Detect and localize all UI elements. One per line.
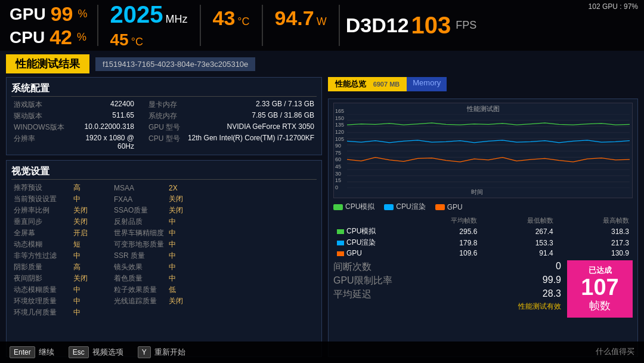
vis-row: 分辨率比例 关闭 SSAO质量 关闭 [11, 205, 317, 216]
stats-row: GPU 109.6 91.4 130.9 [333, 248, 633, 258]
vis-key: 阴影质量 [11, 262, 71, 273]
chart-y-axis: 165 150 135 120 105 90 75 60 45 30 15 0 [335, 108, 344, 190]
interrupt-row: 间断次数 0 [333, 260, 561, 274]
gpu-label: GPU [10, 5, 46, 24]
d3d-fps-block: D3D12 103 FPS [340, 0, 483, 51]
vis-key2: SSAO质量 [107, 205, 166, 216]
vis-val2 [166, 307, 317, 318]
bottom-stats-area: 间断次数 0 GPU限制比率 99.9 平均延迟 28.3 性能测试有效 已达成… [333, 260, 633, 318]
vis-row: 推荐预设 高 MSAA 2X [11, 182, 317, 193]
vis-key: 环境纹理质量 [11, 296, 71, 307]
cpu-temp-unit: °C [131, 36, 143, 48]
system-config-header: 系统配置 [11, 81, 317, 97]
stats-col-label [333, 216, 405, 226]
system-config-table: 游戏版本 422400 显卡内存 2.33 GB / 7.13 GB 驱动版本 … [11, 99, 317, 151]
vis-key: 环境几何质量 [11, 307, 71, 318]
top-hud: GPU 99 % CPU 42 % 2025 MHz 45 °C 43 [0, 0, 644, 51]
visual-settings-table: 推荐预设 高 MSAA 2X 当前预设设置 中 FXAA 关闭 分辨率比例 关闭… [11, 182, 317, 318]
vis-key2: FXAA [107, 193, 166, 205]
legend-row: CPU模拟 CPU渲染 GPU [333, 202, 633, 212]
gpu-cpu-block: GPU 99 % CPU 42 % [0, 0, 97, 51]
memory-value: 6907 MB [373, 81, 400, 88]
btn-restart[interactable]: Y 重新开始 [138, 346, 185, 358]
achievement-area: 已达成 107 帧数 [567, 260, 633, 318]
chart-x-label: 时间 [471, 188, 483, 196]
config-val2: 7.85 GB / 31.86 GB [184, 110, 317, 122]
config-row: WINDOWS版本 10.0.22000.318 GPU 型号 NVIDIA G… [11, 122, 317, 133]
vis-val2: 低 [166, 284, 317, 296]
stats-label: CPU模拟 [333, 226, 405, 237]
legend-gpu: GPU [435, 202, 463, 212]
vis-val: 中 [71, 296, 107, 307]
left-column: 系统配置 游戏版本 422400 显卡内存 2.33 GB / 7.13 GB … [6, 77, 322, 357]
stats-row: CPU渲染 179.8 153.3 217.3 [333, 237, 633, 248]
stats-col-max: 最高帧数 [557, 216, 633, 226]
vis-row: 全屏幕 开启 世界车辆精细度 中 [11, 227, 317, 239]
vis-key: 垂直同步 [11, 216, 71, 227]
tab-perf-overview[interactable]: 性能总览 6907 MB [328, 77, 407, 91]
fps-unit: FPS [456, 19, 476, 32]
config-key: 游戏版本 [11, 99, 77, 110]
watermark: 什么值得买 [596, 346, 634, 357]
config-row: 分辨率 1920 x 1080 @ 60Hz CPU 型号 12th Gen I… [11, 133, 317, 151]
config-key2: 系统内存 [137, 110, 184, 122]
achievement-unit: 帧数 [574, 299, 626, 313]
gpu-temp: 43 [213, 7, 236, 30]
vis-row: 环境几何质量 中 [11, 307, 317, 318]
config-key: WINDOWS版本 [11, 122, 77, 133]
vis-row: 环境纹理质量 中 光线追踪质量 关闭 [11, 296, 317, 307]
right-column: 性能总览 6907 MB Memory 性能测试图 165 150 135 [328, 77, 638, 357]
interrupt-row: GPU限制比率 99.9 [333, 274, 561, 288]
vis-key2: 着色质量 [107, 273, 166, 284]
vis-key: 当前预设设置 [11, 193, 71, 205]
vis-row: 动态模糊 短 可变形地形质量 中 [11, 239, 317, 250]
cpu-temp: 45 [110, 30, 129, 50]
vis-key: 分辨率比例 [11, 205, 71, 216]
config-row: 游戏版本 422400 显卡内存 2.33 GB / 7.13 GB [11, 99, 317, 110]
legend-cpu-sim-color [333, 204, 343, 210]
content-columns: 系统配置 游戏版本 422400 显卡内存 2.33 GB / 7.13 GB … [0, 73, 644, 361]
top-right-info: 102 GPU : 97% [589, 2, 638, 11]
vis-val2: 关闭 [166, 205, 317, 216]
stats-min: 153.3 [481, 237, 556, 248]
config-val2: NVIDIA GeForce RTX 3050 [184, 122, 317, 133]
power-block: 94.7 W [263, 0, 339, 51]
vis-val2: 中 [166, 262, 317, 273]
tab-memory[interactable]: Memory [407, 77, 447, 91]
stats-min: 267.4 [481, 226, 556, 237]
fps-value: 103 [411, 12, 451, 39]
gpu-temp-unit: °C [237, 16, 249, 28]
btn-continue[interactable]: Enter 继续 [10, 346, 54, 358]
stats-avg: 295.6 [405, 226, 481, 237]
stats-max: 130.9 [557, 248, 633, 258]
stats-max: 318.3 [557, 226, 633, 237]
gpu-percent-unit: % [78, 8, 88, 20]
vis-key2: MSAA [107, 182, 166, 193]
cpu-percent-unit: % [77, 31, 86, 44]
stats-min: 91.4 [481, 248, 556, 258]
stats-avg: 179.8 [405, 237, 481, 248]
btn-video-options[interactable]: Esc 视频选项 [69, 346, 123, 358]
vis-val: 中 [71, 307, 107, 318]
config-key: 分辨率 [11, 133, 77, 151]
main-content: 性能测试结果 f1519413-7165-4023-804e-73e3c2053… [0, 51, 644, 363]
vis-val2: 中 [166, 250, 317, 262]
interrupt-key: 间断次数 [333, 261, 371, 273]
vis-row: 当前预设设置 中 FXAA 关闭 [11, 193, 317, 205]
vis-val: 关闭 [71, 216, 107, 227]
interrupt-val: 0 [556, 261, 561, 273]
vis-key2: SSR 质量 [107, 250, 166, 262]
interrupt-val: 28.3 [543, 288, 561, 301]
gpu-mhz-block: 2025 MHz 45 °C [98, 0, 200, 51]
vis-val: 开启 [71, 227, 107, 239]
vis-key: 非等方性过滤 [11, 250, 71, 262]
chart-svg [347, 114, 630, 188]
vis-row: 动态模糊质量 中 粒子效果质量 低 [11, 284, 317, 296]
vis-val2: 2X [166, 182, 317, 193]
cpu-label: CPU [10, 28, 45, 47]
vis-row: 垂直同步 关闭 反射品质 中 [11, 216, 317, 227]
legend-gpu-color [435, 204, 445, 210]
interrupt-stats: 间断次数 0 GPU限制比率 99.9 平均延迟 28.3 性能测试有效 [333, 260, 561, 318]
vis-key: 动态模糊 [11, 239, 71, 250]
stats-label: GPU [333, 248, 405, 258]
